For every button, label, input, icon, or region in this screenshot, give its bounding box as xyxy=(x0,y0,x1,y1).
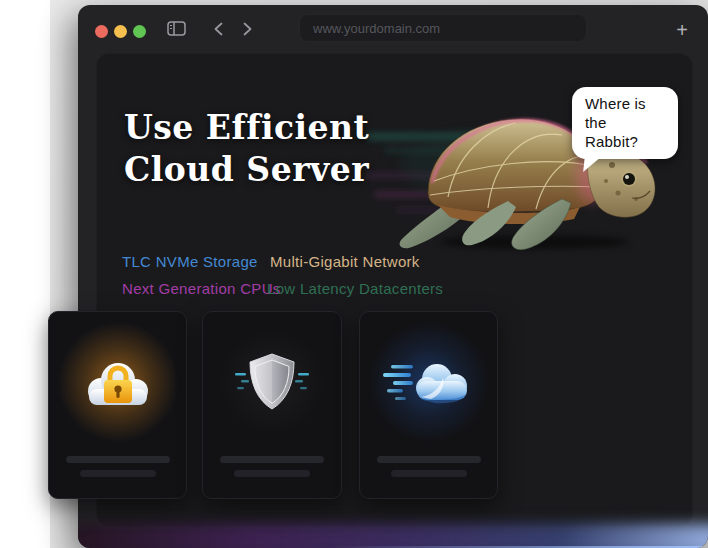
browser-toolbar: + xyxy=(78,5,708,53)
speech-bubble-line1: Where is the xyxy=(585,94,667,132)
skeleton-line xyxy=(66,456,170,463)
page-title: Use Efficient Cloud Server xyxy=(124,107,369,191)
speech-bubble: Where is the Rabbit? xyxy=(572,87,678,159)
close-window-button[interactable] xyxy=(95,25,108,38)
chevron-right-icon xyxy=(243,22,252,36)
zoom-window-button[interactable] xyxy=(133,25,146,38)
window-controls xyxy=(95,25,146,38)
sidebar-icon xyxy=(167,21,186,36)
forward-button[interactable] xyxy=(239,21,255,37)
address-bar-input[interactable] xyxy=(299,14,587,42)
card-secure-storage[interactable] xyxy=(48,311,187,499)
chevron-left-icon xyxy=(214,22,223,36)
skeleton-line xyxy=(220,456,324,463)
feature-label-network: Multi-Gigabit Network xyxy=(270,253,420,270)
skeleton-line xyxy=(234,470,310,477)
back-button[interactable] xyxy=(210,21,226,37)
fast-cloud-icon xyxy=(383,351,475,413)
feature-label-cpus: Next Generation CPUs xyxy=(122,280,281,297)
card-fast-cloud[interactable] xyxy=(359,311,498,499)
skeleton-line xyxy=(391,470,467,477)
feature-label-storage: TLC NVMe Storage xyxy=(122,253,258,270)
shield-icon xyxy=(231,351,313,413)
sidebar-toggle-button[interactable] xyxy=(166,20,186,37)
page-title-line2: Cloud Server xyxy=(124,149,369,191)
new-tab-button[interactable]: + xyxy=(672,20,692,40)
skeleton-line xyxy=(377,456,481,463)
speech-bubble-line2: Rabbit? xyxy=(585,132,667,151)
page-title-line1: Use Efficient xyxy=(124,107,369,149)
window-bottom-glow xyxy=(78,524,708,548)
skeleton-line xyxy=(80,470,156,477)
minimize-window-button[interactable] xyxy=(114,25,127,38)
cloud-lock-icon xyxy=(77,351,159,413)
card-security-shield[interactable] xyxy=(202,311,342,499)
feature-label-latency: Low Latency Datacenters xyxy=(267,280,443,297)
